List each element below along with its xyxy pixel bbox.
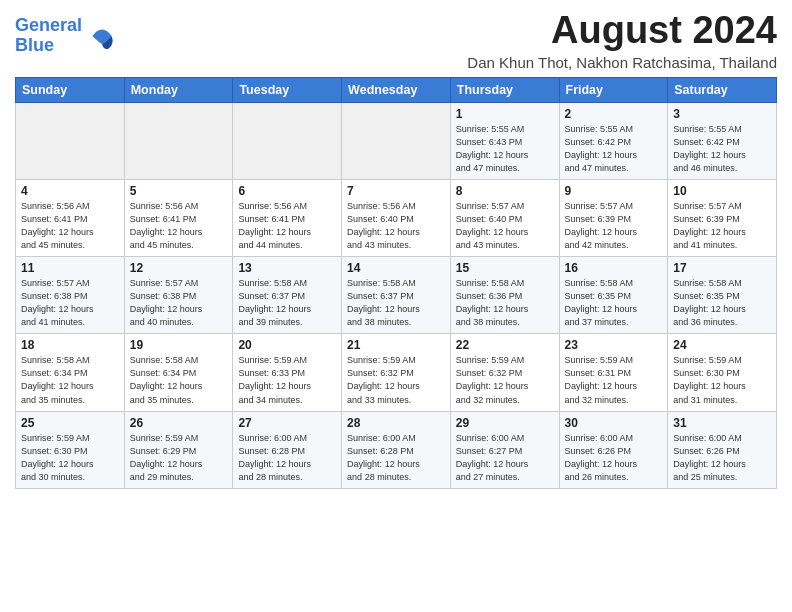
day-number: 29 bbox=[456, 416, 554, 430]
day-info: Sunrise: 5:58 AM Sunset: 6:37 PM Dayligh… bbox=[238, 277, 336, 329]
weekday-header-row: SundayMondayTuesdayWednesdayThursdayFrid… bbox=[16, 77, 777, 102]
day-number: 21 bbox=[347, 338, 445, 352]
day-info: Sunrise: 5:56 AM Sunset: 6:40 PM Dayligh… bbox=[347, 200, 445, 252]
day-number: 20 bbox=[238, 338, 336, 352]
day-info: Sunrise: 5:55 AM Sunset: 6:42 PM Dayligh… bbox=[673, 123, 771, 175]
calendar-cell: 31Sunrise: 6:00 AM Sunset: 6:26 PM Dayli… bbox=[668, 411, 777, 488]
day-number: 19 bbox=[130, 338, 228, 352]
day-number: 30 bbox=[565, 416, 663, 430]
calendar-week-row: 25Sunrise: 5:59 AM Sunset: 6:30 PM Dayli… bbox=[16, 411, 777, 488]
day-info: Sunrise: 5:55 AM Sunset: 6:43 PM Dayligh… bbox=[456, 123, 554, 175]
day-info: Sunrise: 6:00 AM Sunset: 6:26 PM Dayligh… bbox=[565, 432, 663, 484]
calendar-cell: 22Sunrise: 5:59 AM Sunset: 6:32 PM Dayli… bbox=[450, 334, 559, 411]
day-number: 27 bbox=[238, 416, 336, 430]
calendar-cell: 28Sunrise: 6:00 AM Sunset: 6:28 PM Dayli… bbox=[342, 411, 451, 488]
calendar-cell: 11Sunrise: 5:57 AM Sunset: 6:38 PM Dayli… bbox=[16, 257, 125, 334]
day-info: Sunrise: 5:58 AM Sunset: 6:35 PM Dayligh… bbox=[565, 277, 663, 329]
day-number: 6 bbox=[238, 184, 336, 198]
calendar-cell: 12Sunrise: 5:57 AM Sunset: 6:38 PM Dayli… bbox=[124, 257, 233, 334]
weekday-header-cell: Wednesday bbox=[342, 77, 451, 102]
day-number: 10 bbox=[673, 184, 771, 198]
calendar-cell: 27Sunrise: 6:00 AM Sunset: 6:28 PM Dayli… bbox=[233, 411, 342, 488]
calendar-body: 1Sunrise: 5:55 AM Sunset: 6:43 PM Daylig… bbox=[16, 102, 777, 488]
day-info: Sunrise: 6:00 AM Sunset: 6:28 PM Dayligh… bbox=[238, 432, 336, 484]
calendar-cell: 14Sunrise: 5:58 AM Sunset: 6:37 PM Dayli… bbox=[342, 257, 451, 334]
calendar-cell: 18Sunrise: 5:58 AM Sunset: 6:34 PM Dayli… bbox=[16, 334, 125, 411]
calendar-cell: 4Sunrise: 5:56 AM Sunset: 6:41 PM Daylig… bbox=[16, 179, 125, 256]
calendar-cell: 16Sunrise: 5:58 AM Sunset: 6:35 PM Dayli… bbox=[559, 257, 668, 334]
day-info: Sunrise: 5:58 AM Sunset: 6:34 PM Dayligh… bbox=[21, 354, 119, 406]
calendar-table: SundayMondayTuesdayWednesdayThursdayFrid… bbox=[15, 77, 777, 489]
calendar-cell: 21Sunrise: 5:59 AM Sunset: 6:32 PM Dayli… bbox=[342, 334, 451, 411]
day-info: Sunrise: 5:57 AM Sunset: 6:38 PM Dayligh… bbox=[21, 277, 119, 329]
calendar-cell: 9Sunrise: 5:57 AM Sunset: 6:39 PM Daylig… bbox=[559, 179, 668, 256]
calendar-cell bbox=[233, 102, 342, 179]
calendar-cell: 3Sunrise: 5:55 AM Sunset: 6:42 PM Daylig… bbox=[668, 102, 777, 179]
calendar-cell bbox=[16, 102, 125, 179]
day-number: 7 bbox=[347, 184, 445, 198]
title-area: August 2024 Dan Khun Thot, Nakhon Ratcha… bbox=[467, 10, 777, 71]
day-info: Sunrise: 5:59 AM Sunset: 6:33 PM Dayligh… bbox=[238, 354, 336, 406]
day-info: Sunrise: 5:56 AM Sunset: 6:41 PM Dayligh… bbox=[130, 200, 228, 252]
day-info: Sunrise: 5:59 AM Sunset: 6:30 PM Dayligh… bbox=[21, 432, 119, 484]
day-number: 2 bbox=[565, 107, 663, 121]
calendar-cell: 30Sunrise: 6:00 AM Sunset: 6:26 PM Dayli… bbox=[559, 411, 668, 488]
day-info: Sunrise: 5:55 AM Sunset: 6:42 PM Dayligh… bbox=[565, 123, 663, 175]
calendar-cell: 29Sunrise: 6:00 AM Sunset: 6:27 PM Dayli… bbox=[450, 411, 559, 488]
day-number: 11 bbox=[21, 261, 119, 275]
day-number: 25 bbox=[21, 416, 119, 430]
day-info: Sunrise: 5:59 AM Sunset: 6:31 PM Dayligh… bbox=[565, 354, 663, 406]
day-number: 13 bbox=[238, 261, 336, 275]
calendar-cell: 24Sunrise: 5:59 AM Sunset: 6:30 PM Dayli… bbox=[668, 334, 777, 411]
day-info: Sunrise: 5:57 AM Sunset: 6:39 PM Dayligh… bbox=[565, 200, 663, 252]
day-number: 1 bbox=[456, 107, 554, 121]
logo-line1: General bbox=[15, 15, 82, 35]
day-number: 31 bbox=[673, 416, 771, 430]
weekday-header-cell: Sunday bbox=[16, 77, 125, 102]
day-info: Sunrise: 5:56 AM Sunset: 6:41 PM Dayligh… bbox=[238, 200, 336, 252]
calendar-cell: 19Sunrise: 5:58 AM Sunset: 6:34 PM Dayli… bbox=[124, 334, 233, 411]
day-number: 4 bbox=[21, 184, 119, 198]
calendar-cell: 13Sunrise: 5:58 AM Sunset: 6:37 PM Dayli… bbox=[233, 257, 342, 334]
calendar-cell: 6Sunrise: 5:56 AM Sunset: 6:41 PM Daylig… bbox=[233, 179, 342, 256]
calendar-cell: 15Sunrise: 5:58 AM Sunset: 6:36 PM Dayli… bbox=[450, 257, 559, 334]
day-number: 18 bbox=[21, 338, 119, 352]
header: General Blue August 2024 Dan Khun Thot, … bbox=[15, 10, 777, 71]
location-title: Dan Khun Thot, Nakhon Ratchasima, Thaila… bbox=[467, 54, 777, 71]
calendar-week-row: 1Sunrise: 5:55 AM Sunset: 6:43 PM Daylig… bbox=[16, 102, 777, 179]
day-number: 16 bbox=[565, 261, 663, 275]
day-info: Sunrise: 5:59 AM Sunset: 6:32 PM Dayligh… bbox=[456, 354, 554, 406]
day-number: 23 bbox=[565, 338, 663, 352]
day-info: Sunrise: 5:59 AM Sunset: 6:30 PM Dayligh… bbox=[673, 354, 771, 406]
logo: General Blue bbox=[15, 16, 118, 56]
weekday-header-cell: Tuesday bbox=[233, 77, 342, 102]
day-info: Sunrise: 5:57 AM Sunset: 6:40 PM Dayligh… bbox=[456, 200, 554, 252]
day-info: Sunrise: 5:58 AM Sunset: 6:34 PM Dayligh… bbox=[130, 354, 228, 406]
day-number: 5 bbox=[130, 184, 228, 198]
calendar-cell bbox=[124, 102, 233, 179]
day-info: Sunrise: 5:57 AM Sunset: 6:39 PM Dayligh… bbox=[673, 200, 771, 252]
calendar-cell: 23Sunrise: 5:59 AM Sunset: 6:31 PM Dayli… bbox=[559, 334, 668, 411]
logo-line2: Blue bbox=[15, 35, 54, 55]
day-number: 9 bbox=[565, 184, 663, 198]
day-info: Sunrise: 5:58 AM Sunset: 6:37 PM Dayligh… bbox=[347, 277, 445, 329]
day-info: Sunrise: 5:57 AM Sunset: 6:38 PM Dayligh… bbox=[130, 277, 228, 329]
day-number: 22 bbox=[456, 338, 554, 352]
weekday-header-cell: Saturday bbox=[668, 77, 777, 102]
calendar-cell: 2Sunrise: 5:55 AM Sunset: 6:42 PM Daylig… bbox=[559, 102, 668, 179]
day-info: Sunrise: 6:00 AM Sunset: 6:26 PM Dayligh… bbox=[673, 432, 771, 484]
day-info: Sunrise: 5:58 AM Sunset: 6:35 PM Dayligh… bbox=[673, 277, 771, 329]
day-info: Sunrise: 5:56 AM Sunset: 6:41 PM Dayligh… bbox=[21, 200, 119, 252]
calendar-week-row: 11Sunrise: 5:57 AM Sunset: 6:38 PM Dayli… bbox=[16, 257, 777, 334]
calendar-cell: 1Sunrise: 5:55 AM Sunset: 6:43 PM Daylig… bbox=[450, 102, 559, 179]
day-number: 3 bbox=[673, 107, 771, 121]
calendar-cell: 5Sunrise: 5:56 AM Sunset: 6:41 PM Daylig… bbox=[124, 179, 233, 256]
day-number: 26 bbox=[130, 416, 228, 430]
calendar-cell: 25Sunrise: 5:59 AM Sunset: 6:30 PM Dayli… bbox=[16, 411, 125, 488]
calendar-cell bbox=[342, 102, 451, 179]
day-info: Sunrise: 5:59 AM Sunset: 6:29 PM Dayligh… bbox=[130, 432, 228, 484]
calendar-cell: 10Sunrise: 5:57 AM Sunset: 6:39 PM Dayli… bbox=[668, 179, 777, 256]
day-number: 15 bbox=[456, 261, 554, 275]
day-info: Sunrise: 6:00 AM Sunset: 6:28 PM Dayligh… bbox=[347, 432, 445, 484]
day-number: 24 bbox=[673, 338, 771, 352]
